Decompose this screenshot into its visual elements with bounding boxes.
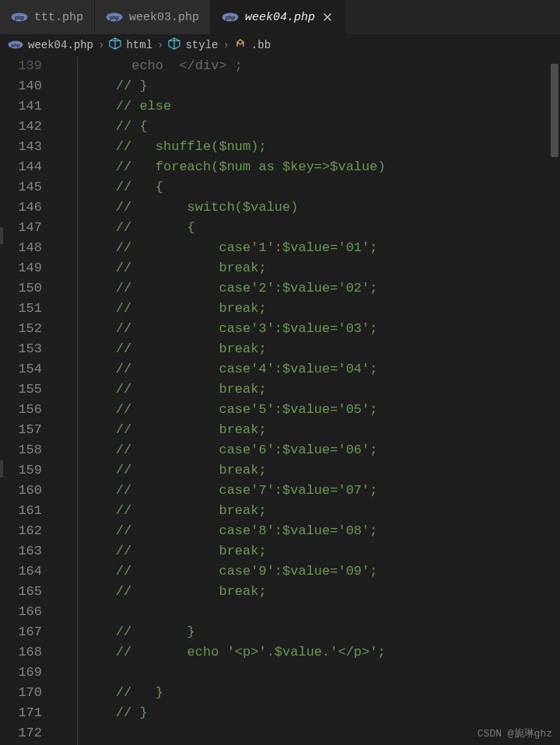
php-file-icon: php [8, 40, 23, 49]
line-number: 152 [0, 319, 42, 339]
line-number: 147 [0, 218, 42, 238]
code-line[interactable]: // echo '<p>'.$value.'</p>'; [84, 642, 560, 663]
line-number: 153 [0, 339, 42, 359]
line-number: 142 [0, 117, 42, 137]
svg-text:php: php [225, 15, 235, 21]
line-number: 155 [0, 379, 42, 400]
code-area[interactable]: echo </div> ; // } // else // { // shuff… [78, 56, 560, 745]
line-number: 157 [0, 420, 42, 440]
code-line[interactable]: // break; [84, 299, 560, 319]
line-number: 154 [0, 359, 42, 379]
code-line[interactable]: // case'4':$value='04'; [84, 359, 560, 379]
code-line[interactable]: // case'7':$value='07'; [84, 481, 560, 501]
tab-week03-php[interactable]: php week03.php [95, 0, 211, 34]
line-number-gutter: 1391401411421431441451461471481491501511… [0, 56, 56, 745]
code-line[interactable]: // break; [84, 258, 560, 278]
line-number: 148 [0, 238, 42, 258]
left-gutter-marks [0, 56, 5, 745]
chevron-right-icon: › [222, 39, 229, 51]
line-number: 172 [0, 723, 42, 743]
line-number: 169 [0, 663, 42, 683]
line-number: 167 [0, 622, 42, 642]
code-line[interactable]: // shuffle($num); [84, 137, 560, 157]
code-line[interactable]: // } [84, 683, 560, 703]
code-line[interactable]: // case'3':$value='03'; [84, 319, 560, 339]
line-number: 149 [0, 258, 42, 278]
code-line[interactable]: // foreach($num as $key=>$value) [84, 157, 560, 177]
code-line[interactable]: // case'1':$value='01'; [84, 238, 560, 258]
php-file-icon: php [222, 12, 239, 22]
code-line[interactable]: // break; [84, 339, 560, 359]
line-number: 158 [0, 440, 42, 460]
line-number: 156 [0, 400, 42, 420]
code-line[interactable]: // { [84, 218, 560, 238]
line-number: 170 [0, 683, 42, 703]
breadcrumb-style[interactable]: style [168, 37, 218, 53]
code-line[interactable]: // break; [84, 420, 560, 440]
tab-week04-php[interactable]: php week04.php [211, 0, 345, 34]
code-line[interactable]: // case'8':$value='08'; [84, 521, 560, 541]
code-line[interactable] [84, 723, 560, 743]
breadcrumb-label: style [185, 39, 218, 51]
line-number: 161 [0, 501, 42, 521]
line-number: 146 [0, 198, 42, 218]
chevron-right-icon: › [98, 39, 104, 51]
line-number: 141 [0, 96, 42, 117]
fold-column [56, 56, 78, 745]
code-line[interactable]: // break; [84, 379, 560, 400]
code-line[interactable]: // case'9':$value='09'; [84, 561, 560, 582]
line-number: 150 [0, 278, 42, 299]
code-line[interactable]: // } [84, 622, 560, 642]
svg-text:php: php [110, 15, 119, 21]
chevron-right-icon: › [157, 39, 163, 51]
code-line[interactable]: // else [84, 96, 560, 117]
line-number: 145 [0, 177, 42, 198]
editor: 1391401411421431441451461471481491501511… [0, 56, 560, 745]
line-number: 159 [0, 460, 42, 481]
line-number: 165 [0, 582, 42, 602]
line-number: 162 [0, 521, 42, 541]
svg-text:php: php [15, 15, 24, 21]
tab-ttt-php[interactable]: php ttt.php [0, 0, 95, 34]
line-number: 171 [0, 703, 42, 723]
php-file-icon: php [106, 12, 123, 22]
code-line[interactable]: // } [84, 76, 560, 96]
breadcrumb-label: html [126, 39, 152, 51]
breadcrumb-html[interactable]: html [109, 37, 152, 53]
line-number: 139 [0, 56, 42, 76]
code-line[interactable]: // break; [84, 501, 560, 521]
code-line[interactable]: // case'2':$value='02'; [84, 278, 560, 299]
line-number: 166 [0, 602, 42, 622]
line-number: 151 [0, 299, 42, 319]
code-line[interactable]: // break; [84, 582, 560, 602]
code-line[interactable]: // case'5':$value='05'; [84, 400, 560, 420]
code-line[interactable]: // } [84, 703, 560, 723]
breadcrumb-class[interactable]: .bb [234, 37, 271, 53]
scrollbar-thumb[interactable] [551, 64, 558, 157]
element-icon [168, 37, 180, 53]
code-line[interactable]: // break; [84, 541, 560, 561]
vertical-scrollbar[interactable] [549, 56, 560, 745]
code-line[interactable] [84, 602, 560, 622]
tab-label: week03.php [129, 11, 199, 24]
code-line[interactable]: // switch($value) [84, 198, 560, 218]
line-number: 163 [0, 541, 42, 561]
code-line[interactable]: // case'6':$value='06'; [84, 440, 560, 460]
php-file-icon: php [11, 12, 28, 22]
class-icon [234, 37, 247, 53]
tab-label: ttt.php [34, 11, 83, 24]
code-line[interactable]: // { [84, 177, 560, 198]
code-line[interactable]: // { [84, 117, 560, 137]
breadcrumb-label: week04.php [28, 39, 93, 51]
line-number: 164 [0, 561, 42, 582]
close-icon[interactable] [321, 11, 334, 23]
breadcrumb-file[interactable]: php week04.php [8, 39, 93, 51]
code-line[interactable]: echo </div> ; [84, 56, 560, 76]
breadcrumb-label: .bb [251, 39, 271, 51]
line-number: 143 [0, 137, 42, 157]
tab-label: week04.php [245, 11, 315, 24]
line-number: 160 [0, 481, 42, 501]
svg-text:php: php [12, 43, 20, 47]
code-line[interactable] [84, 663, 560, 683]
code-line[interactable]: // break; [84, 460, 560, 481]
